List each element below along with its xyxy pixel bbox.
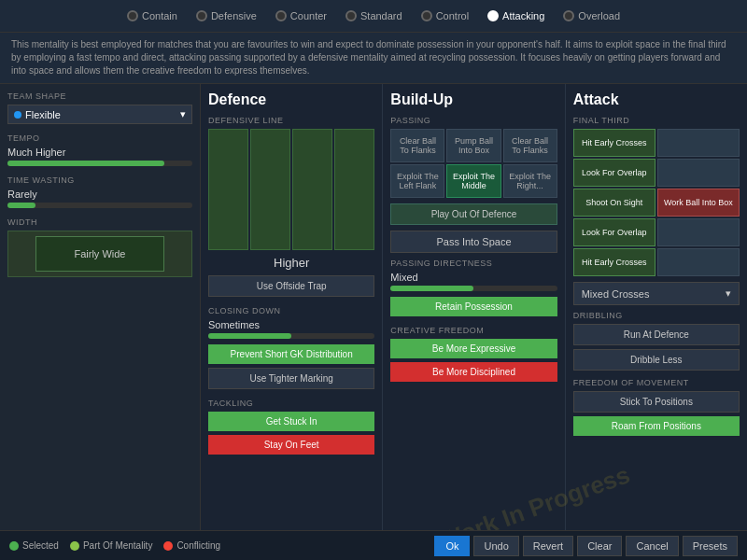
shoot-on-sight[interactable]: Shoot On Sight: [573, 189, 655, 217]
chevron-down-icon: ▾: [726, 287, 731, 300]
hit-early-crosses-1[interactable]: Hit Early Crosses: [573, 129, 655, 157]
pass-cell-1[interactable]: Pump Ball Into Box: [446, 129, 500, 162]
closing-down-value: Sometimes: [208, 319, 374, 330]
width-label: WIDTH: [7, 217, 192, 227]
mentality-bar: Contain Defensive Counter Standard Contr…: [0, 0, 747, 33]
tempo-fill: [7, 161, 164, 166]
part-of-mentality-dot: [70, 541, 79, 551]
dribbling-label: DRIBBLING: [573, 311, 740, 320]
get-stuck-button[interactable]: Get Stuck In: [208, 412, 374, 431]
mentality-defensive-radio: [196, 10, 207, 21]
passing-directness-fill: [390, 286, 473, 291]
creative-freedom-label: CREATIVE FREEDOM: [390, 326, 557, 335]
selected-dot: [9, 541, 19, 551]
tempo-row: TEMPO Much Higher: [7, 133, 192, 166]
closing-down-slider[interactable]: [208, 333, 374, 339]
width-value: Fairly Wide: [74, 248, 125, 259]
passing-directness-label: PASSING DIRECTNESS: [390, 259, 557, 268]
mentality-attacking[interactable]: Attacking: [480, 7, 552, 24]
buildup-column: Build-Up PASSING Clear Ball To Flanks Pu…: [383, 84, 565, 546]
atk-empty-3: [657, 218, 740, 246]
mentality-contain-radio: [127, 10, 138, 21]
mentality-counter-radio: [275, 10, 287, 21]
look-for-overlap-1[interactable]: Look For Overlap: [573, 159, 655, 187]
time-wasting-value: Rarely: [7, 189, 192, 200]
def-cell-3: [292, 129, 332, 250]
hit-early-crosses-2[interactable]: Hit Early Crosses: [573, 248, 655, 276]
mentality-attacking-radio: [487, 10, 499, 21]
freedom-label: FREEDOM OF MOVEMENT: [573, 378, 740, 387]
mentality-contain[interactable]: Contain: [120, 7, 185, 24]
ok-button[interactable]: Ok: [434, 536, 470, 556]
pass-cell-2[interactable]: Clear Ball To Flanks: [503, 129, 557, 162]
work-ball-into-box[interactable]: Work Ball Into Box: [657, 189, 740, 217]
tempo-value: Much Higher: [7, 147, 192, 158]
team-shape-label: TEAM SHAPE: [7, 91, 192, 101]
legend-part-of-mentality: Part Of Mentality: [70, 540, 152, 551]
conflicting-dot: [163, 541, 173, 551]
passing-label: PASSING: [390, 116, 557, 125]
be-more-expressive-button[interactable]: Be More Expressive: [390, 339, 557, 358]
stay-on-feet-button[interactable]: Stay On Feet: [208, 435, 374, 455]
tempo-slider[interactable]: [7, 161, 192, 166]
tighter-marking-button[interactable]: Use Tighter Marking: [208, 368, 374, 389]
mentality-control-radio: [421, 10, 432, 21]
bottom-buttons: Ok Undo Revert Clear Cancel Presets: [434, 536, 738, 556]
def-line-grid: [208, 129, 374, 250]
passing-directness-slider[interactable]: [390, 286, 557, 291]
undo-button[interactable]: Undo: [473, 536, 518, 556]
def-cell-4: [334, 129, 374, 250]
pass-cell-5[interactable]: Exploit The Right...: [503, 164, 557, 198]
attack-grid: Hit Early Crosses Look For Overlap Shoot…: [573, 129, 740, 276]
retain-possession-button[interactable]: Retain Possession: [390, 297, 557, 316]
def-cell-1: [208, 129, 248, 250]
closing-down-fill: [208, 333, 291, 339]
legend-selected: Selected: [9, 540, 59, 551]
time-wasting-label: TIME WASTING: [7, 175, 192, 185]
be-more-disciplined-button[interactable]: Be More Disciplined: [390, 362, 557, 382]
cancel-button[interactable]: Cancel: [626, 536, 678, 556]
look-for-overlap-2[interactable]: Look For Overlap: [573, 218, 655, 246]
offside-trap-button[interactable]: Use Offside Trap: [208, 275, 374, 297]
columns: Defence DEFENSIVE LINE Higher Use Offsid…: [201, 84, 747, 546]
run-at-defence-button[interactable]: Run At Defence: [573, 324, 740, 345]
pass-into-space[interactable]: Pass Into Space: [390, 231, 557, 253]
dribble-less-button[interactable]: Dribble Less: [573, 349, 740, 371]
width-box-inner: Fairly Wide: [35, 236, 163, 272]
mentality-overload[interactable]: Overload: [556, 7, 627, 24]
play-out-defence[interactable]: Play Out Of Defence: [390, 203, 557, 225]
mentality-standard-radio: [345, 10, 357, 21]
mentality-control[interactable]: Control: [414, 7, 476, 24]
time-wasting-fill: [7, 203, 35, 208]
defence-title: Defence: [208, 91, 374, 108]
mentality-standard[interactable]: Standard: [338, 7, 410, 24]
presets-button[interactable]: Presets: [683, 536, 738, 556]
defensive-line-value: Higher: [208, 256, 374, 270]
pass-cell-4[interactable]: Exploit The Middle: [446, 164, 500, 198]
mentality-defensive[interactable]: Defensive: [189, 7, 264, 24]
roam-from-positions-button[interactable]: Roam From Positions: [573, 416, 740, 436]
team-shape-select[interactable]: Flexible ▾: [7, 105, 192, 124]
defensive-line-label: DEFENSIVE LINE: [208, 116, 374, 125]
pass-cell-0[interactable]: Clear Ball To Flanks: [390, 129, 444, 162]
clear-button[interactable]: Clear: [577, 536, 622, 556]
time-wasting-row: TIME WASTING Rarely: [7, 175, 192, 208]
atk-empty-1: [657, 129, 740, 157]
prevent-gk-button[interactable]: Prevent Short GK Distribution: [208, 344, 374, 364]
defence-column: Defence DEFENSIVE LINE Higher Use Offsid…: [201, 84, 383, 546]
attack-column: Attack FINAL THIRD Hit Early Crosses Loo…: [566, 84, 747, 546]
attack-title: Attack: [573, 91, 740, 108]
pass-cell-3[interactable]: Exploit The Left Flank: [390, 164, 444, 198]
stick-to-positions-button[interactable]: Stick To Positions: [573, 391, 740, 413]
revert-button[interactable]: Revert: [523, 536, 573, 556]
passing-directness-value: Mixed: [390, 272, 557, 283]
mentality-counter[interactable]: Counter: [268, 7, 334, 24]
team-shape-dot: [14, 111, 21, 119]
main-content: TEAM SHAPE Flexible ▾ TEMPO Much Higher …: [0, 84, 747, 546]
def-cell-2: [250, 129, 290, 250]
time-wasting-slider[interactable]: [7, 203, 192, 208]
width-box: Fairly Wide: [7, 231, 192, 277]
mixed-crosses-dropdown[interactable]: Mixed Crosses ▾: [573, 282, 740, 305]
closing-down-label: CLOSING DOWN: [208, 306, 374, 315]
mentality-description: This mentality is best employed for matc…: [0, 33, 747, 84]
